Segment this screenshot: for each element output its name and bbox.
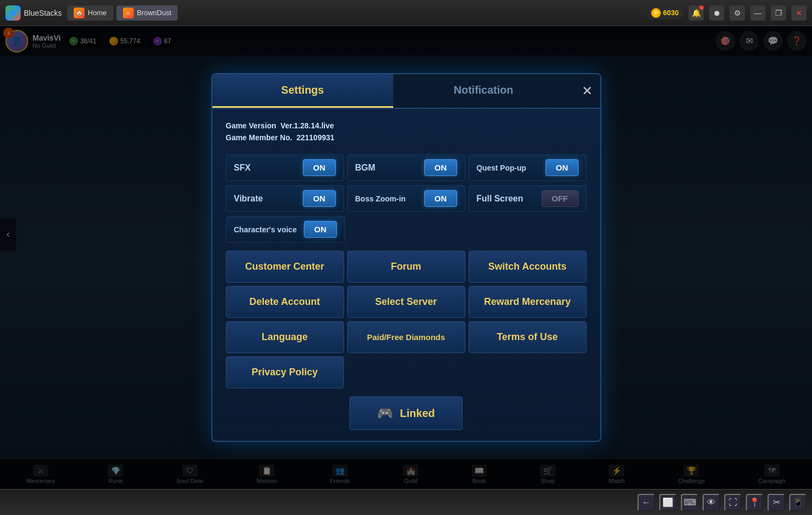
bgm-toggle-button[interactable]: ON xyxy=(424,159,457,176)
bs-logo-icon xyxy=(5,5,21,21)
fullscreen-sys-button[interactable]: ⛶ xyxy=(724,494,742,511)
game-member-line: Game Member No. 221109931 xyxy=(226,132,587,144)
vibrate-label: Vibrate xyxy=(234,194,263,204)
sfx-toggle-item: SFX ON xyxy=(226,154,344,181)
language-button[interactable]: Language xyxy=(226,321,344,353)
vibrate-toggle-item: Vibrate ON xyxy=(226,185,344,212)
home-tab[interactable]: 🏠 Home xyxy=(67,5,113,21)
eye-button[interactable]: 👁 xyxy=(703,494,720,511)
tab-settings[interactable]: Settings xyxy=(212,74,393,108)
game-version-label: Game Version xyxy=(226,121,276,130)
char-voice-toggle-item: Character's voice ON xyxy=(226,216,345,243)
toggle-row-2: Vibrate ON Boss Zoom-in ON Full Screen O… xyxy=(226,185,587,212)
restore-button[interactable]: ❐ xyxy=(771,5,786,21)
game-member-value: 221109931 xyxy=(296,133,334,142)
linked-button[interactable]: 🎮 Linked xyxy=(349,396,462,430)
char-voice-label: Character's voice xyxy=(234,225,297,234)
sfx-toggle-button[interactable]: ON xyxy=(303,159,336,176)
settings-modal: Settings Notification ✕ Game Version Ver… xyxy=(211,73,601,442)
forum-button[interactable]: Forum xyxy=(347,251,465,283)
boss-zoomin-toggle-item: Boss Zoom-in ON xyxy=(347,185,465,212)
action-grid-row3: Language Paid/Free Diamonds Terms of Use xyxy=(226,321,587,353)
browndust-label: BrownDust xyxy=(137,9,172,17)
modal-tabs: Settings Notification ✕ xyxy=(212,74,600,109)
paid-free-diamonds-button[interactable]: Paid/Free Diamonds xyxy=(347,321,465,353)
toggle-row-3: Character's voice ON xyxy=(226,216,587,243)
toggle-row-1: SFX ON BGM ON Quest Pop-up ON xyxy=(226,154,587,181)
modal-overlay: Settings Notification ✕ Game Version Ver… xyxy=(0,26,812,489)
browndust-tab[interactable]: ⚔ BrownDust xyxy=(116,5,178,21)
gamepad-icon: 🎮 xyxy=(377,406,393,421)
browndust-icon: ⚔ xyxy=(123,8,134,18)
modal-body: Game Version Ver.1.28.14.live Game Membe… xyxy=(212,109,600,441)
linked-section: 🎮 Linked xyxy=(226,396,587,430)
mobile-button[interactable]: 📱 xyxy=(789,494,807,511)
switch-accounts-button[interactable]: Switch Accounts xyxy=(469,251,587,283)
coin-icon: P xyxy=(651,8,661,18)
privacy-policy-button[interactable]: Privacy Policy xyxy=(226,356,344,388)
select-server-button[interactable]: Select Server xyxy=(347,286,465,318)
quest-popup-toggle-item: Quest Pop-up ON xyxy=(469,154,587,181)
empty-cell-2 xyxy=(469,356,587,388)
tab-notification[interactable]: Notification xyxy=(393,74,574,108)
reward-mercenary-button[interactable]: Reward Mercenary xyxy=(469,286,587,318)
bgm-toggle-item: BGM ON xyxy=(347,154,465,181)
bluestacks-logo: BlueStacks xyxy=(5,5,62,21)
fullscreen-label: Full Screen xyxy=(477,194,523,204)
notification-button[interactable]: 🔔 xyxy=(688,5,704,21)
keyboard-button[interactable]: ⌨ xyxy=(681,494,698,511)
location-button[interactable]: 📍 xyxy=(746,494,763,511)
toggle-spacer xyxy=(348,216,587,243)
minimize-button[interactable]: — xyxy=(750,5,765,21)
coin-amount: 6030 xyxy=(663,9,679,17)
game-version-line: Game Version Ver.1.28.14.live xyxy=(226,120,587,132)
quest-popup-label: Quest Pop-up xyxy=(477,164,527,172)
quest-popup-toggle-button[interactable]: ON xyxy=(545,159,579,176)
char-voice-toggle-button[interactable]: ON xyxy=(304,221,337,238)
record-button[interactable]: ⏺ xyxy=(709,5,724,21)
sfx-label: SFX xyxy=(234,163,251,173)
home-icon: 🏠 xyxy=(74,8,85,18)
customer-center-button[interactable]: Customer Center xyxy=(226,251,344,283)
taskbar: BlueStacks 🏠 Home ⚔ BrownDust P 6030 🔔 ⏺… xyxy=(0,0,812,26)
notif-dot xyxy=(699,5,704,10)
boss-zoomin-toggle-button[interactable]: ON xyxy=(424,190,457,207)
game-background: 👤 1 MavisVi No Guild + 38/41 + 55,774 + … xyxy=(0,26,812,489)
action-grid-row1: Customer Center Forum Switch Accounts xyxy=(226,251,587,283)
fullscreen-toggle-button[interactable]: OFF xyxy=(542,190,579,207)
scissors-button[interactable]: ✂ xyxy=(768,494,785,511)
home-label: Home xyxy=(88,9,107,17)
modal-close-button[interactable]: ✕ xyxy=(574,74,600,108)
coin-display: P 6030 xyxy=(647,6,683,19)
game-member-label: Game Member No. xyxy=(226,133,293,142)
action-grid-row4: Privacy Policy xyxy=(226,356,587,388)
bgm-label: BGM xyxy=(355,163,375,173)
boss-zoomin-label: Boss Zoom-in xyxy=(355,194,406,203)
empty-cell-1 xyxy=(347,356,465,388)
system-taskbar: ← ⬜ ⌨ 👁 ⛶ 📍 ✂ 📱 xyxy=(0,489,812,515)
bluestacks-label: BlueStacks xyxy=(24,9,62,17)
back-button[interactable]: ← xyxy=(638,494,655,511)
vibrate-toggle-button[interactable]: ON xyxy=(303,190,336,207)
taskbar-right: P 6030 🔔 ⏺ ⚙ — ❐ ✕ xyxy=(647,5,807,21)
action-grid-row2: Delete Account Select Server Reward Merc… xyxy=(226,286,587,318)
fullscreen-toggle-item: Full Screen OFF xyxy=(469,185,587,212)
close-button[interactable]: ✕ xyxy=(791,5,807,21)
delete-account-button[interactable]: Delete Account xyxy=(226,286,344,318)
settings-button[interactable]: ⚙ xyxy=(730,5,745,21)
svg-marker-1 xyxy=(10,10,16,16)
game-info: Game Version Ver.1.28.14.live Game Membe… xyxy=(226,120,587,144)
linked-label: Linked xyxy=(400,407,434,420)
terms-of-use-button[interactable]: Terms of Use xyxy=(469,321,587,353)
home-sys-button[interactable]: ⬜ xyxy=(659,494,677,511)
game-version-value: Ver.1.28.14.live xyxy=(281,121,334,130)
